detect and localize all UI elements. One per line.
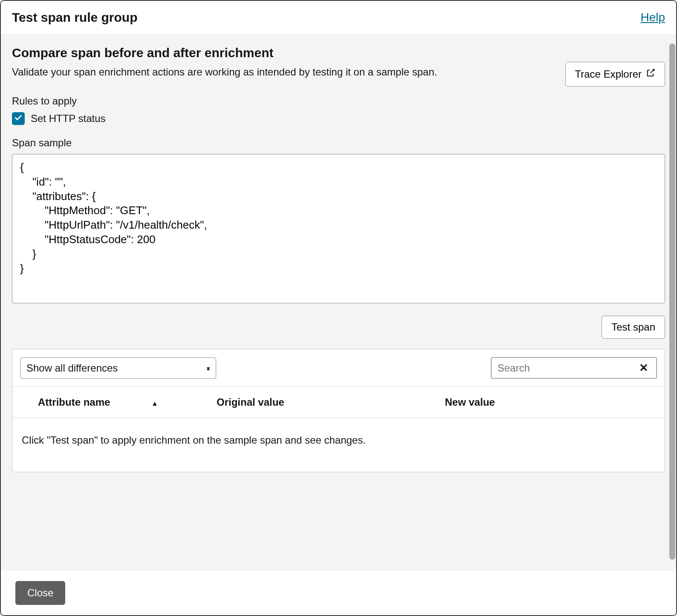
dialog: Test span rule group Help Compare span b… (0, 0, 677, 616)
rule-label: Set HTTP status (31, 113, 106, 125)
search-field-wrap: ✕ (491, 357, 657, 379)
placeholder-text: Click "Test span" to apply enrichment on… (12, 418, 665, 472)
column-attribute-name-label: Attribute name (38, 396, 110, 408)
test-span-row: Test span (12, 316, 665, 339)
help-link[interactable]: Help (640, 11, 665, 24)
compare-description: Validate your span enrichment actions ar… (12, 66, 437, 78)
results-panel: Show all differences ▴▾ ✕ Attribute name… (12, 349, 665, 472)
span-sample-textarea[interactable] (12, 154, 665, 303)
titlebar: Test span rule group Help (1, 1, 676, 35)
dialog-title: Test span rule group (12, 10, 137, 25)
results-table: Attribute name ▲ Original value New valu… (12, 386, 665, 472)
search-input[interactable] (498, 362, 637, 374)
rule-checkbox[interactable] (12, 112, 25, 125)
filter-select[interactable]: Show all differences ▴▾ (20, 357, 216, 379)
clear-search-icon[interactable]: ✕ (637, 361, 650, 375)
column-attribute-name[interactable]: Attribute name ▲ (12, 387, 208, 418)
trace-explorer-label: Trace Explorer (575, 68, 642, 80)
rule-row: Set HTTP status (12, 112, 665, 125)
placeholder-row: Click "Test span" to apply enrichment on… (12, 418, 665, 472)
compare-title: Compare span before and after enrichment (12, 46, 437, 60)
compare-header-text: Compare span before and after enrichment… (12, 46, 437, 78)
check-icon (14, 113, 23, 124)
test-span-button[interactable]: Test span (602, 316, 665, 339)
span-sample-label: Span sample (12, 137, 665, 149)
results-toolbar: Show all differences ▴▾ ✕ (12, 349, 665, 386)
sort-asc-icon: ▲ (151, 400, 158, 407)
external-link-icon (646, 68, 655, 80)
dialog-footer: Close (1, 570, 676, 615)
filter-selected-value: Show all differences (26, 362, 118, 374)
scrollbar[interactable] (669, 44, 675, 560)
close-button[interactable]: Close (15, 581, 65, 605)
rules-section-label: Rules to apply (12, 95, 665, 107)
compare-header: Compare span before and after enrichment… (12, 46, 665, 87)
trace-explorer-button[interactable]: Trace Explorer (565, 62, 665, 87)
column-new-value[interactable]: New value (437, 387, 665, 418)
content-area: Compare span before and after enrichment… (1, 35, 676, 570)
column-original-value[interactable]: Original value (208, 387, 437, 418)
